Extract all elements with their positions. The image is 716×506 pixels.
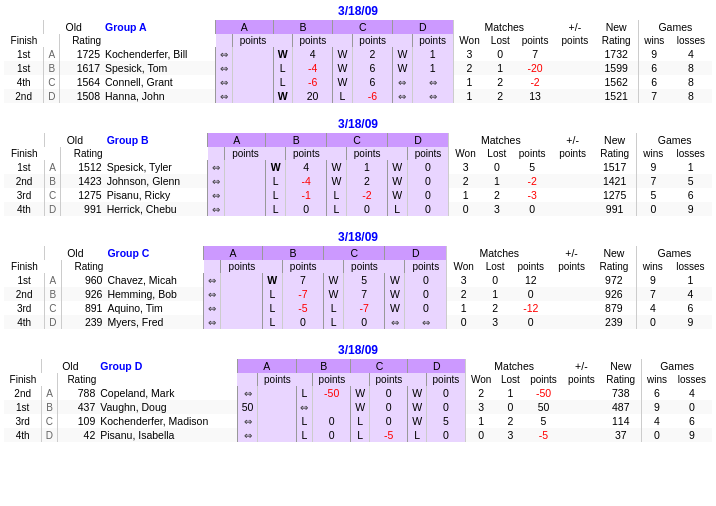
player-cell: 0 [426, 386, 465, 400]
player-cell [221, 273, 262, 287]
player-cell: 1 [669, 160, 712, 174]
player-cell: ⇔ [216, 61, 233, 75]
col-header: C [324, 246, 385, 260]
player-cell: ⇔ [385, 315, 405, 329]
tournament-section: 3/18/09OldGroup CABCDMatches+/-NewGamesF… [4, 230, 712, 329]
col-header-row: OldGroup DABCDMatches+/-NewGames [4, 359, 712, 373]
player-cell: 239 [592, 315, 636, 329]
player-row: 1stA1512Spesick, Tyler⇔W4W1W0305151791 [4, 160, 712, 174]
player-cell: L [266, 174, 286, 188]
player-cell: ⇔ [208, 202, 225, 216]
col-subheader: points [510, 260, 551, 273]
player-row: 4thC1564Connell, Grant⇔L-6W6⇔⇔12-2156268 [4, 75, 712, 89]
col-subheader: losses [672, 373, 712, 386]
player-row: 1stB437Vaughn, Doug50⇔W0W0305048790 [4, 400, 712, 414]
player-cell: W [327, 160, 347, 174]
col-subheader [42, 373, 57, 386]
col-subheader [262, 260, 282, 273]
player-cell: Copeland, Mark [98, 386, 237, 400]
player-cell: 3rd [4, 188, 44, 202]
col-header: Matches [449, 133, 552, 147]
player-cell: C [45, 301, 61, 315]
player-cell: Herrick, Chebu [105, 202, 208, 216]
arrows-icon: ⇔ [391, 317, 399, 328]
col-header: Old [45, 246, 106, 260]
pm-points-cell: -2 [512, 174, 552, 188]
player-cell: A [45, 273, 61, 287]
col-subheader [333, 34, 352, 47]
col-header: Games [637, 133, 712, 147]
player-cell: 8 [670, 61, 712, 75]
player-cell [258, 414, 297, 428]
player-cell: 0 [312, 428, 351, 442]
player-cell: -4 [292, 61, 332, 75]
arrows-icon: ⇔ [244, 388, 252, 399]
col-subheader: Won [447, 260, 480, 273]
player-cell: D [42, 428, 57, 442]
arrows-icon: ⇔ [212, 190, 220, 201]
player-cell [233, 89, 273, 103]
player-row: 2ndD1508Hanna, John⇔W20L-6⇔⇔1213152178 [4, 89, 712, 103]
player-cell: 4 [636, 301, 669, 315]
player-cell [551, 301, 592, 315]
player-cell: ⇔ [216, 75, 233, 89]
col-header: New [593, 133, 637, 147]
col-subheader [327, 147, 347, 160]
player-cell: -5 [369, 428, 408, 442]
player-cell [562, 400, 600, 414]
player-cell: 4 [286, 160, 327, 174]
player-cell: ⇔ [393, 75, 412, 89]
arrows-icon: ⇔ [212, 176, 220, 187]
player-cell: 4th [4, 428, 42, 442]
player-cell: ⇔ [296, 400, 312, 414]
col-header: Games [642, 359, 712, 373]
col-header: Old [44, 133, 104, 147]
player-cell: W [324, 273, 344, 287]
player-cell: 6 [669, 188, 712, 202]
col-subheader: points [346, 147, 387, 160]
player-row: 1stB1617Spesick, Tom⇔L-4W6W121-20159968 [4, 61, 712, 75]
player-cell: 926 [592, 287, 636, 301]
player-cell: 991 [61, 202, 105, 216]
player-cell: 4 [292, 47, 332, 61]
player-cell: W [408, 400, 426, 414]
player-cell: ⇔ [204, 287, 221, 301]
col-subheader: wins [636, 260, 669, 273]
player-cell [551, 287, 592, 301]
player-cell: D [44, 202, 60, 216]
player-cell: C [44, 188, 60, 202]
player-cell: 1508 [60, 89, 103, 103]
player-cell [233, 47, 273, 61]
player-cell: B [42, 400, 57, 414]
player-cell: 3 [482, 202, 512, 216]
player-cell: W [387, 188, 407, 202]
col-header [4, 359, 42, 373]
player-cell: 926 [61, 287, 105, 301]
col-subheader: wins [637, 147, 669, 160]
pm-points-cell: 12 [510, 273, 551, 287]
col-subheader: points [312, 373, 351, 386]
player-cell: 6 [669, 301, 712, 315]
player-cell: 1 [346, 160, 387, 174]
pm-points-cell: 50 [525, 400, 563, 414]
player-cell: 109 [57, 414, 98, 428]
player-cell: 0 [407, 188, 449, 202]
player-cell [233, 75, 273, 89]
col-subheader: points [412, 34, 453, 47]
player-cell: 2 [453, 61, 485, 75]
player-cell: 879 [592, 301, 636, 315]
player-cell: 2 [485, 89, 515, 103]
col-subheader: points [343, 260, 384, 273]
player-cell: 6 [638, 61, 670, 75]
player-cell: W [385, 301, 405, 315]
col-subheader [273, 34, 292, 47]
player-cell: 1617 [60, 61, 103, 75]
col-header: D [408, 359, 466, 373]
player-cell: Spesick, Tom [103, 61, 216, 75]
player-cell: 0 [407, 174, 449, 188]
player-cell: 9 [642, 400, 672, 414]
col-subheader: Finish [4, 147, 44, 160]
player-cell: 114 [600, 414, 641, 428]
col-header: Matches [447, 246, 551, 260]
player-cell [551, 273, 592, 287]
